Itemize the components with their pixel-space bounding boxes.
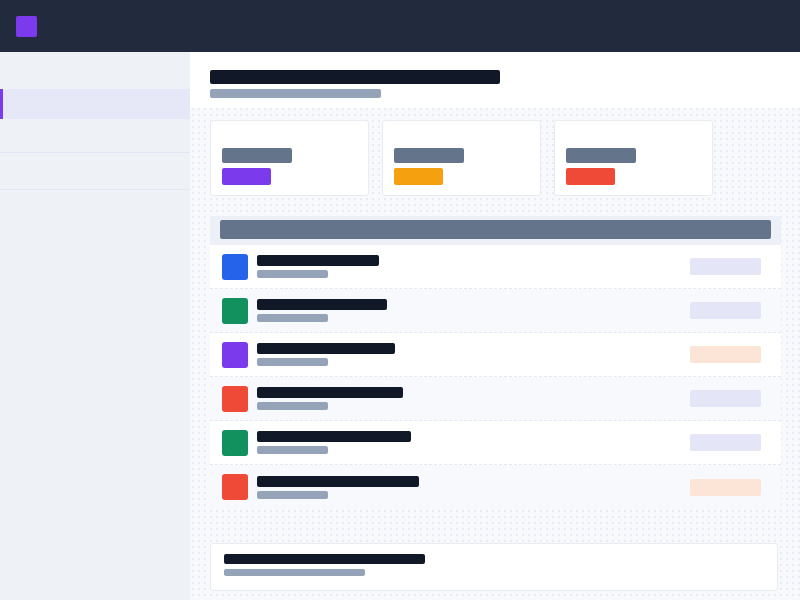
row-subtitle-placeholder [257, 270, 328, 278]
footer-title-placeholder [224, 554, 425, 564]
row-title-placeholder [257, 387, 403, 398]
stat-card-value-bar [222, 168, 271, 185]
main-content [190, 52, 800, 600]
footer-card [210, 543, 778, 591]
stat-card [554, 120, 713, 196]
page-title-placeholder [210, 70, 500, 84]
row-avatar-icon [222, 474, 248, 500]
status-badge [690, 434, 761, 451]
table-row[interactable] [210, 245, 781, 289]
stat-card-value-bar [394, 168, 443, 185]
sidebar-item[interactable] [0, 119, 190, 153]
status-badge [690, 479, 761, 496]
status-badge [690, 346, 761, 363]
row-title-placeholder [257, 299, 387, 310]
top-navbar [0, 0, 800, 52]
table-header-placeholder [220, 220, 771, 239]
app-logo-icon[interactable] [16, 16, 37, 37]
row-text-block [257, 387, 403, 410]
status-badge [690, 302, 761, 319]
row-avatar-icon [222, 386, 248, 412]
row-text-block [257, 255, 379, 278]
app-shell [0, 52, 800, 600]
row-subtitle-placeholder [257, 491, 328, 499]
items-table [210, 216, 781, 509]
stat-card-label-placeholder [566, 148, 636, 163]
table-row[interactable] [210, 289, 781, 333]
row-text-block [257, 343, 395, 366]
stat-card [382, 120, 541, 196]
table-row[interactable] [210, 465, 781, 509]
row-subtitle-placeholder [257, 358, 328, 366]
row-title-placeholder [257, 343, 395, 354]
table-header [210, 216, 781, 245]
row-subtitle-placeholder [257, 446, 328, 454]
row-title-placeholder [257, 476, 419, 487]
table-body [210, 245, 781, 509]
stat-card-label-placeholder [394, 148, 464, 163]
table-row[interactable] [210, 333, 781, 377]
sidebar-item[interactable] [0, 153, 190, 190]
row-avatar-icon [222, 298, 248, 324]
sidebar-spacer [0, 52, 190, 89]
page-subtitle-placeholder [210, 89, 381, 98]
stat-card-label-placeholder [222, 148, 292, 163]
row-subtitle-placeholder [257, 314, 328, 322]
row-text-block [257, 476, 419, 499]
row-title-placeholder [257, 431, 411, 442]
sidebar-item-active[interactable] [0, 89, 190, 119]
sidebar-nav [0, 52, 190, 600]
table-row[interactable] [210, 421, 781, 465]
stat-cards-row [210, 120, 781, 196]
row-subtitle-placeholder [257, 402, 328, 410]
row-title-placeholder [257, 255, 379, 266]
table-row[interactable] [210, 377, 781, 421]
stat-card-value-bar [566, 168, 615, 185]
stat-card [210, 120, 369, 196]
page-header [190, 52, 800, 108]
row-text-block [257, 299, 387, 322]
status-badge [690, 258, 761, 275]
row-avatar-icon [222, 430, 248, 456]
row-avatar-icon [222, 342, 248, 368]
row-text-block [257, 431, 411, 454]
status-badge [690, 390, 761, 407]
footer-subtitle-placeholder [224, 569, 365, 576]
content-region [190, 120, 800, 591]
row-avatar-icon [222, 254, 248, 280]
